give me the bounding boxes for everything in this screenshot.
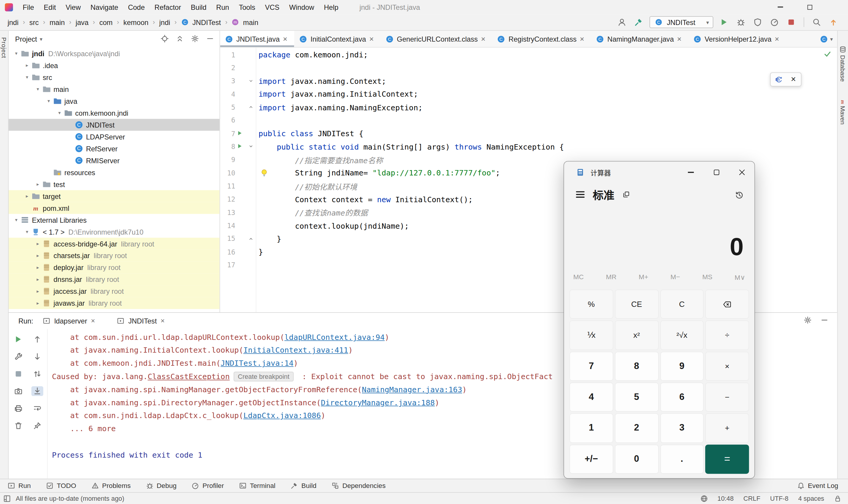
tree-item-src[interactable]: ▾src [8, 71, 220, 83]
toolwindow-button-terminal[interactable]: Terminal [239, 482, 275, 489]
file-encoding-widget[interactable]: UTF-8 [770, 494, 789, 502]
chevron-down-icon[interactable]: ▾ [44, 98, 53, 104]
memory-subtract-button[interactable]: M− [665, 271, 685, 284]
stack-trace-link[interactable]: JNDITest.java:14 [221, 359, 293, 367]
calc-key-decimal[interactable]: . [660, 445, 704, 474]
tree-item-java[interactable]: ▾java [8, 95, 220, 107]
tree-item-deploy-jar[interactable]: ▸deploy.jarlibrary root [8, 262, 220, 273]
chevron-right-icon[interactable]: ▸ [23, 193, 31, 199]
calc-key-six[interactable]: 6 [660, 382, 704, 412]
run-settings-button[interactable] [804, 316, 812, 326]
chevron-down-icon[interactable]: ▾ [55, 110, 64, 116]
hide-panel-button[interactable] [206, 34, 214, 44]
tree-item-test[interactable]: ▸test [8, 178, 220, 190]
chevron-right-icon[interactable]: ▸ [23, 63, 31, 68]
stack-trace-link[interactable]: LdapCtx.java:1086 [243, 411, 321, 420]
print-console-button[interactable] [12, 403, 24, 413]
calc-key-clear[interactable]: C [660, 290, 704, 319]
fold-region-icon[interactable] [248, 236, 254, 241]
status-widget-icon[interactable] [700, 494, 708, 502]
tree-item-access-bridge-64-jar[interactable]: ▸access-bridge-64.jarlibrary root [8, 238, 220, 250]
breadcrumb-com[interactable]: com [98, 18, 114, 26]
calc-key-clear-entry[interactable]: CE [615, 290, 658, 319]
calc-key-square[interactable]: x² [615, 321, 658, 350]
build-project-button[interactable] [633, 16, 645, 28]
tree-item-dnsns-jar[interactable]: ▸dnsns.jarlibrary root [8, 273, 220, 285]
tree-item-idea[interactable]: ▸.idea [8, 59, 220, 71]
memory-clear-button[interactable]: MC [569, 271, 589, 284]
calc-key-backspace[interactable] [706, 290, 749, 319]
chevron-down-icon[interactable]: ▾ [34, 87, 42, 92]
calc-key-subtract[interactable]: − [706, 382, 749, 412]
profile-button[interactable] [768, 16, 780, 28]
menu-item-code[interactable]: Code [123, 0, 150, 14]
calc-maximize-button[interactable] [704, 161, 729, 183]
history-icon[interactable] [734, 190, 744, 199]
memory-add-button[interactable]: M+ [634, 271, 653, 284]
code-line-7[interactable]: 7public class JNDITest { [220, 127, 837, 140]
menu-item-file[interactable]: File [18, 0, 39, 14]
stack-trace-link[interactable]: NamingManager.java:163 [362, 385, 462, 394]
editor-tab-registrycontext-class[interactable]: CRegistryContext.class× [492, 31, 591, 47]
tree-item-jaccess-jar[interactable]: ▸jaccess.jarlibrary root [8, 285, 220, 297]
keep-on-top-icon[interactable] [622, 191, 630, 198]
chevron-down-icon[interactable]: ▾ [39, 36, 42, 42]
menu-item-build[interactable]: Build [186, 0, 211, 14]
tree-item-ldapserver[interactable]: CLDAPServer [8, 131, 220, 143]
breadcrumb-main[interactable]: main [49, 18, 66, 26]
toolwindow-button-debug[interactable]: Debug [146, 482, 176, 489]
stop-process-button[interactable] [12, 369, 24, 379]
chevron-right-icon[interactable]: ▸ [34, 300, 42, 306]
tree-item-jnditest[interactable]: CJNDITest [8, 119, 220, 131]
chevron-right-icon[interactable]: ▸ [34, 241, 42, 246]
code-line-8[interactable]: 8 public static void main(String[] args)… [220, 140, 837, 153]
toolwindow-button-profiler[interactable]: Profiler [192, 482, 224, 489]
chevron-down-icon[interactable]: ▾ [23, 229, 31, 234]
menu-item-window[interactable]: Window [284, 0, 319, 14]
up-the-stack-trace-button[interactable] [32, 335, 44, 344]
hide-run-panel-button[interactable] [820, 316, 828, 326]
calc-key-reciprocal[interactable]: ⅟x [569, 321, 613, 350]
select-opened-file-button[interactable] [161, 34, 169, 44]
down-the-stack-trace-button[interactable] [32, 352, 44, 362]
indent-style-widget[interactable]: 4 spaces [798, 494, 824, 502]
calc-key-square-root[interactable]: ²√x [660, 321, 704, 350]
stack-trace-link[interactable]: ldapURLContext.java:94 [284, 333, 384, 341]
close-tab-icon[interactable]: × [369, 35, 376, 42]
run-button[interactable] [718, 16, 730, 28]
stack-trace-link[interactable]: InitialContext.java:411 [243, 346, 348, 355]
calc-key-four[interactable]: 4 [569, 382, 613, 412]
exception-class-link[interactable]: ClassCastException [148, 372, 230, 381]
tree-item-external-libraries[interactable]: ▾External Libraries [8, 214, 220, 226]
close-icon[interactable]: × [789, 75, 798, 84]
line-separator-widget[interactable]: CRLF [744, 494, 761, 502]
debug-button[interactable] [735, 16, 747, 28]
toolwindow-button-problems[interactable]: Problems [91, 482, 131, 489]
tree-item-main[interactable]: ▾main [8, 83, 220, 95]
user-settings-button[interactable] [616, 16, 628, 28]
breadcrumb-kemoon[interactable]: kemoon [122, 18, 150, 26]
close-tab-icon[interactable]: × [160, 317, 167, 325]
breadcrumb-jndi[interactable]: jndi [6, 18, 20, 26]
update-project-button[interactable] [828, 16, 840, 28]
calc-close-button[interactable] [729, 161, 754, 183]
memory-store-button[interactable]: MS [697, 271, 717, 284]
tree-item-javaws-jar[interactable]: ▸javaws.jarlibrary root [8, 297, 220, 309]
calc-key-two[interactable]: 2 [615, 414, 658, 443]
toolwindow-button-todo[interactable]: TODO [46, 482, 76, 489]
chevron-right-icon[interactable]: ▸ [34, 265, 42, 270]
run-line-icon[interactable] [237, 130, 243, 136]
tree-item-rmiserver[interactable]: CRMIServer [8, 155, 220, 166]
chevron-right-icon[interactable]: ▸ [34, 288, 42, 294]
tree-item-jndi[interactable]: ▾jndiD:\Workspace\java\jndi [8, 48, 220, 59]
calc-key-zero[interactable]: 0 [615, 445, 658, 474]
project-stripe-button[interactable]: Project [1, 37, 7, 58]
chevron-right-icon[interactable]: ▸ [34, 253, 42, 258]
window-minimize-button[interactable] [766, 0, 795, 14]
code-line-2[interactable]: 2 [220, 61, 837, 74]
fold-region-icon[interactable] [248, 144, 254, 149]
chevron-right-icon[interactable]: ▸ [34, 181, 42, 187]
menu-item-view[interactable]: View [61, 0, 85, 14]
toolwindows-toggle-icon[interactable] [3, 494, 11, 502]
code-line-4[interactable]: 4import javax.naming.InitialContext; [220, 87, 837, 101]
